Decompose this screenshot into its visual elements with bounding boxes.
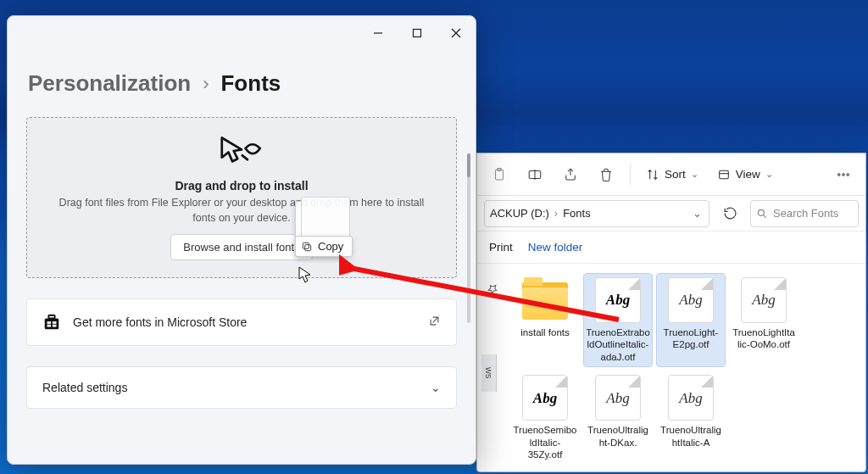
chevron-down-icon: ⌄ <box>765 169 773 180</box>
breadcrumb-current: Fonts <box>220 70 281 97</box>
folder-item[interactable]: install fonts <box>511 274 579 366</box>
svg-line-15 <box>242 155 248 160</box>
minimize-button[interactable] <box>359 16 398 50</box>
file-label: TruenoUltralightItalic-A <box>659 424 723 449</box>
font-icon: Abg <box>522 375 568 421</box>
folder-icon <box>522 282 568 320</box>
font-icon: Abg <box>668 277 714 323</box>
chevron-right-icon: › <box>553 207 559 220</box>
drop-subtext: Drag font files from File Explorer or yo… <box>41 196 442 234</box>
share-icon[interactable] <box>555 160 586 189</box>
search-box[interactable]: Search Fonts <box>750 200 859 227</box>
svg-rect-17 <box>48 315 54 319</box>
svg-rect-18 <box>47 321 52 324</box>
svg-point-7 <box>843 173 844 175</box>
font-drop-zone[interactable]: Drag and drop to install Drag font files… <box>26 117 457 278</box>
get-more-fonts-card[interactable]: Get more fonts in Microsoft Store <box>26 298 457 346</box>
drag-drop-icon <box>215 133 268 169</box>
file-grid: install fontsAbgTruenoExtraboldOutlineIt… <box>477 264 865 471</box>
file-label: TruenoSemiboldItalic-35Zy.otf <box>513 424 577 460</box>
delete-icon[interactable] <box>591 160 621 189</box>
scrollbar[interactable] <box>467 153 470 323</box>
chevron-down-icon[interactable]: ⌄ <box>693 207 702 220</box>
address-box[interactable]: ACKUP (D:) › Fonts ⌄ <box>484 200 709 227</box>
settings-window: Personalization › Fonts Drag and drop to… <box>7 15 476 465</box>
search-icon <box>756 208 768 220</box>
external-link-icon <box>428 315 441 330</box>
search-placeholder: Search Fonts <box>773 207 838 220</box>
drop-heading: Drag and drop to install <box>41 179 442 192</box>
file-explorer-window: Sort ⌄ View ⌄ ACKUP (D:) › Fonts ⌄ Searc… <box>476 153 866 472</box>
svg-rect-12 <box>414 30 421 37</box>
font-icon: Abg <box>595 375 641 421</box>
paste-icon <box>484 160 515 189</box>
font-file-item[interactable]: AbgTruenoExtraboldOutlineItalic-adaJ.otf <box>584 274 652 366</box>
file-label: install fonts <box>520 326 570 338</box>
svg-rect-21 <box>53 325 57 327</box>
svg-point-9 <box>758 209 764 215</box>
view-button[interactable]: View ⌄ <box>710 168 780 181</box>
font-file-item[interactable]: AbgTruenoUltralightItalic-A <box>657 371 725 464</box>
store-icon <box>42 313 61 332</box>
browse-fonts-button[interactable]: Browse and install fonts <box>170 234 312 260</box>
font-icon: Abg <box>595 277 641 323</box>
font-file-item[interactable]: AbgTruenoSemiboldItalic-35Zy.otf <box>511 371 579 464</box>
refresh-button[interactable] <box>716 200 743 227</box>
sort-label: Sort <box>665 168 686 181</box>
sort-button[interactable]: Sort ⌄ <box>639 168 705 181</box>
svg-rect-19 <box>53 321 57 324</box>
breadcrumb-parent[interactable]: Personalization <box>28 70 191 97</box>
svg-rect-20 <box>47 325 52 327</box>
related-settings-label: Related settings <box>42 381 127 394</box>
sidebar-fragment: ws <box>481 354 497 392</box>
print-button[interactable]: Print <box>489 241 513 254</box>
svg-rect-16 <box>45 318 59 329</box>
new-folder-button[interactable]: New folder <box>528 241 583 254</box>
address-segment-folder[interactable]: Fonts <box>563 207 591 220</box>
svg-point-8 <box>847 173 849 175</box>
font-file-item[interactable]: AbgTruenoLightItalic-OoMo.otf <box>730 274 798 366</box>
rename-icon[interactable] <box>520 160 550 189</box>
svg-line-10 <box>764 215 766 217</box>
font-icon: Abg <box>741 277 787 323</box>
store-card-label: Get more fonts in Microsoft Store <box>73 315 247 329</box>
chevron-right-icon: › <box>203 73 209 95</box>
explorer-toolbar: Sort ⌄ View ⌄ <box>477 153 865 196</box>
file-label: TruenoLightItalic-OoMo.otf <box>732 326 796 351</box>
explorer-command-bar: Print New folder <box>477 231 865 264</box>
explorer-address-bar: ACKUP (D:) › Fonts ⌄ Search Fonts <box>477 196 865 231</box>
toolbar-separator <box>630 165 631 185</box>
chevron-down-icon: ⌄ <box>691 169 698 180</box>
file-label: TruenoLight-E2pg.otf <box>659 326 723 351</box>
more-button[interactable] <box>828 160 859 189</box>
svg-rect-4 <box>719 170 728 178</box>
maximize-button[interactable] <box>398 16 437 50</box>
related-settings-card[interactable]: Related settings ⌄ <box>26 366 457 409</box>
svg-point-6 <box>838 173 840 175</box>
window-controls <box>359 16 476 50</box>
font-icon: Abg <box>668 375 714 421</box>
file-label: TruenoExtraboldOutlineItalic-adaJ.otf <box>586 326 650 363</box>
font-file-item[interactable]: AbgTruenoUltralight-DKax. <box>584 371 652 464</box>
chevron-down-icon: ⌄ <box>431 381 441 394</box>
file-label: TruenoUltralight-DKax. <box>586 424 650 449</box>
font-file-item[interactable]: AbgTruenoLight-E2pg.otf <box>657 274 725 366</box>
address-segment-drive[interactable]: ACKUP (D:) <box>490 207 549 220</box>
view-label: View <box>736 168 760 181</box>
close-button[interactable] <box>437 16 476 50</box>
